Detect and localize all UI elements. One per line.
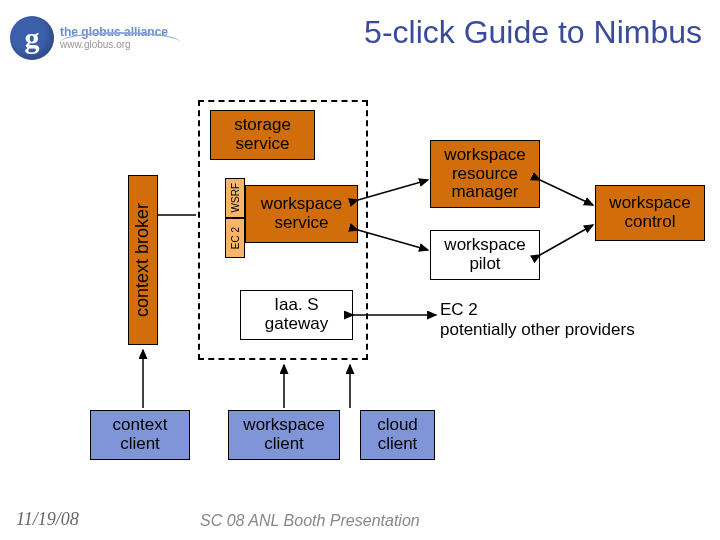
header: g the globus alliance www.globus.org 5-c… xyxy=(0,0,720,80)
context-broker-label: context broker xyxy=(133,203,153,317)
footer-date: 11/19/08 xyxy=(16,509,79,530)
workspace-service-box: workspace service xyxy=(245,185,358,243)
globus-logo: g the globus alliance www.globus.org xyxy=(10,8,170,68)
workspace-control-box: workspace control xyxy=(595,185,705,241)
logo-swoosh-icon xyxy=(60,32,180,54)
cloud-client-box: cloud client xyxy=(360,410,435,460)
logo-letter: g xyxy=(25,21,40,55)
logo-circle: g xyxy=(10,16,54,60)
ec2-box: EC 2 xyxy=(225,218,245,258)
diagram-area: storage service WSRF EC 2 workspace serv… xyxy=(0,90,720,480)
iaas-gateway-box: Iaa. S gateway xyxy=(240,290,353,340)
ec2-note-line2: potentially other providers xyxy=(440,320,635,340)
wsrf-box: WSRF xyxy=(225,178,245,218)
footer-caption: SC 08 ANL Booth Presentation xyxy=(200,512,420,530)
workspace-pilot-box: workspace pilot xyxy=(430,230,540,280)
context-client-box: context client xyxy=(90,410,190,460)
storage-service-box: storage service xyxy=(210,110,315,160)
context-broker-box: context broker xyxy=(128,175,158,345)
ec2-note-line1: EC 2 xyxy=(440,300,635,320)
wsrf-label: WSRF xyxy=(230,183,241,212)
workspace-client-box: workspace client xyxy=(228,410,340,460)
ec2-note: EC 2 potentially other providers xyxy=(440,300,635,341)
workspace-resource-manager-box: workspace resource manager xyxy=(430,140,540,208)
page-title: 5-click Guide to Nimbus xyxy=(364,14,702,51)
ec2-label: EC 2 xyxy=(230,227,241,249)
